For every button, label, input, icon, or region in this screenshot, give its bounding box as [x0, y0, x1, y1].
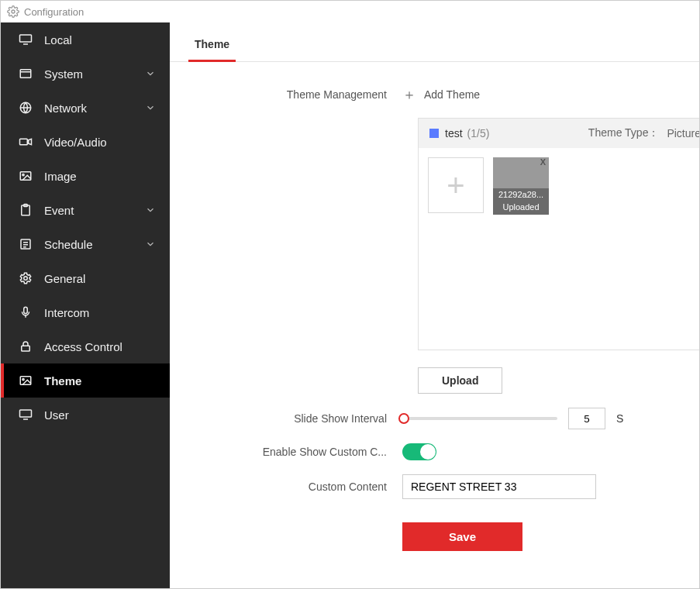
custom-content-input[interactable]	[402, 474, 596, 499]
monitor-icon	[18, 32, 33, 47]
sidebar-item-schedule[interactable]: Schedule	[1, 227, 170, 261]
sidebar-item-user[interactable]: User	[1, 398, 170, 432]
sidebar-item-image[interactable]: Image	[1, 159, 170, 193]
sidebar-item-label: Intercom	[44, 306, 89, 319]
window-icon	[18, 66, 33, 81]
file-thumbnail: X	[493, 157, 549, 188]
svg-point-17	[24, 277, 28, 281]
custom-content-label: Custom Content	[185, 480, 402, 493]
interval-slider[interactable]	[402, 417, 557, 420]
sidebar-item-system[interactable]: System	[1, 57, 170, 91]
main-content: Theme Theme Management ＋ Add Theme test …	[170, 22, 699, 588]
sidebar-item-label: Access Control	[44, 340, 122, 353]
plus-icon: ＋	[402, 85, 416, 104]
chevron-down-icon	[145, 205, 156, 215]
file-name: 21292a28...	[493, 188, 549, 201]
add-theme-label: Add Theme	[424, 88, 480, 101]
svg-point-22	[22, 378, 24, 380]
chevron-down-icon	[145, 102, 156, 113]
chevron-down-icon	[145, 239, 156, 250]
gear-icon	[7, 5, 19, 18]
theme-count: (1/5)	[467, 127, 490, 140]
enable-custom-toggle[interactable]	[402, 443, 436, 460]
list-icon	[18, 236, 33, 252]
window-titlebar: Configuration	[1, 1, 699, 22]
svg-point-10	[22, 174, 24, 175]
toggle-knob	[420, 444, 436, 460]
slider-knob[interactable]	[398, 413, 409, 424]
save-button[interactable]: Save	[402, 522, 522, 551]
sidebar-item-theme[interactable]: Theme	[1, 363, 170, 398]
upload-button[interactable]: Upload	[418, 367, 502, 394]
svg-rect-7	[20, 139, 28, 145]
interval-input[interactable]	[568, 408, 605, 429]
gear-icon	[18, 270, 33, 286]
seconds-suffix: S	[616, 412, 623, 425]
sidebar-item-label: General	[44, 272, 85, 285]
svg-point-0	[12, 10, 15, 13]
monitor-icon	[18, 407, 33, 422]
svg-rect-1	[20, 35, 32, 42]
sidebar-item-local[interactable]: Local	[1, 22, 170, 57]
image-icon	[18, 373, 33, 388]
sidebar-item-event[interactable]: Event	[1, 193, 170, 227]
enable-custom-label: Enable Show Custom C...	[185, 446, 402, 458]
tab-bar: Theme	[170, 30, 699, 62]
sidebar-item-access-control[interactable]: Access Control	[1, 329, 170, 363]
add-file-tile[interactable]: +	[428, 157, 484, 213]
svg-marker-8	[29, 139, 32, 145]
sidebar-item-network[interactable]: Network	[1, 91, 170, 125]
clipboard-icon	[18, 202, 33, 218]
file-tile[interactable]: X 21292a28... Uploaded	[493, 157, 549, 215]
svg-rect-3	[20, 70, 31, 78]
add-theme-button[interactable]: ＋ Add Theme	[402, 85, 480, 104]
sidebar-item-label: Schedule	[44, 238, 93, 251]
sidebar-item-label: User	[44, 408, 69, 422]
svg-rect-9	[20, 172, 31, 181]
theme-type-label: Theme Type：	[588, 126, 660, 140]
sidebar-item-intercom[interactable]: Intercom	[1, 295, 170, 329]
svg-rect-20	[22, 346, 30, 351]
sidebar-item-label: Video/Audio	[44, 136, 107, 149]
svg-rect-21	[20, 377, 31, 385]
tab-theme[interactable]: Theme	[188, 30, 236, 62]
globe-icon	[18, 100, 33, 115]
svg-rect-23	[20, 410, 32, 417]
sidebar-item-label: System	[44, 67, 83, 81]
window-title: Configuration	[24, 6, 84, 18]
image-icon	[18, 168, 33, 184]
sidebar-item-label: Local	[44, 33, 72, 46]
sidebar-item-general[interactable]: General	[1, 261, 170, 295]
sidebar-item-label: Theme	[44, 374, 81, 388]
svg-rect-18	[24, 307, 28, 313]
theme-management-label: Theme Management	[185, 88, 402, 101]
chevron-down-icon	[145, 68, 156, 79]
remove-file-icon[interactable]: X	[540, 157, 546, 167]
file-status: Uploaded	[493, 201, 549, 215]
sidebar-item-video-audio[interactable]: Video/Audio	[1, 125, 170, 159]
lock-icon	[18, 339, 33, 354]
sidebar-item-label: Network	[44, 102, 87, 115]
theme-color-swatch	[429, 129, 439, 138]
sidebar-item-label: Event	[44, 204, 74, 217]
video-icon	[18, 134, 33, 150]
sidebar-item-label: Image	[44, 170, 77, 183]
sidebar: Local System Network Video/Audio	[1, 22, 170, 588]
slide-show-interval-label: Slide Show Interval	[185, 412, 402, 425]
theme-panel-header: test (1/5) Theme Type： Picture	[419, 119, 699, 148]
theme-name: test	[445, 127, 463, 140]
microphone-icon	[18, 305, 33, 320]
theme-type-value: Picture	[667, 127, 699, 140]
theme-panel: test (1/5) Theme Type： Picture +	[418, 118, 699, 350]
